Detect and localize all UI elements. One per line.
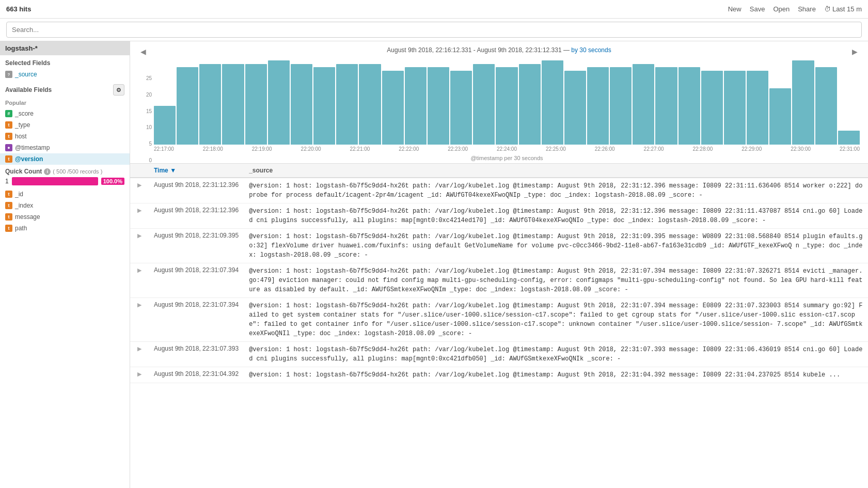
field-message[interactable]: t message <box>0 211 130 223</box>
quick-count-section: Quick Count i ( 500 /500 records ) 1 100… <box>0 165 130 188</box>
chart-bar[interactable] <box>177 67 198 145</box>
chart-bar[interactable] <box>359 64 381 145</box>
table-row: ▶ August 9th 2018, 22:31:09.395 @version… <box>130 229 868 263</box>
topbar-left: 663 hits <box>6 5 31 13</box>
chart-bar[interactable] <box>769 88 791 145</box>
field-type[interactable]: t _type <box>0 119 130 131</box>
index-pattern[interactable]: logstash-* <box>0 41 130 55</box>
table-row: ▶ August 9th 2018, 22:31:07.394 @version… <box>130 298 868 342</box>
expand-cell[interactable]: ▶ <box>130 367 149 383</box>
chart-header: August 9th 2018, 22:16:12.331 - August 9… <box>387 46 611 54</box>
source-field-icon: ? <box>5 71 12 78</box>
field-path[interactable]: t path <box>0 223 130 234</box>
chart-bar[interactable] <box>587 67 609 145</box>
open-button[interactable]: Open <box>773 5 790 13</box>
field-index[interactable]: t _index <box>0 200 130 211</box>
expand-button[interactable]: ▶ <box>135 267 144 274</box>
time-cell: August 9th 2018, 22:31:12.396 <box>149 178 244 203</box>
chart-bar[interactable] <box>838 131 860 145</box>
fields-gear-button[interactable]: ⚙ <box>113 84 124 96</box>
table-row: ▶ August 9th 2018, 22:31:12.396 @version… <box>130 178 868 203</box>
field-id[interactable]: t _id <box>0 188 130 200</box>
sidebar: logstash-* Selected Fields ? _source Ava… <box>0 41 130 488</box>
expand-button[interactable]: ▶ <box>135 371 144 377</box>
search-input[interactable] <box>6 22 862 38</box>
expand-button[interactable]: ▶ <box>135 345 144 352</box>
time-cell: August 9th 2018, 22:31:12.396 <box>149 203 244 229</box>
field-index-label: _index <box>15 202 33 209</box>
expand-cell[interactable]: ▶ <box>130 263 149 298</box>
source-field[interactable]: ? _source <box>0 69 130 80</box>
chart-container: ◀ August 9th 2018, 22:16:12.331 - August… <box>130 41 868 164</box>
expand-button[interactable]: ▶ <box>135 302 144 308</box>
chart-bar[interactable] <box>336 64 358 145</box>
chart-next-button[interactable]: ▶ <box>850 45 860 58</box>
chart-bar[interactable] <box>655 67 677 145</box>
clock-field-icon: ● <box>5 144 12 151</box>
chart-x-label: 22:22:00 <box>399 146 419 152</box>
field-timestamp[interactable]: ● @timestamp <box>0 142 130 153</box>
chart-bar[interactable] <box>313 67 335 145</box>
time-cell: August 9th 2018, 22:31:07.394 <box>149 263 244 298</box>
expand-cell[interactable]: ▶ <box>130 298 149 342</box>
chart-bar[interactable] <box>564 71 586 145</box>
t-icon: t <box>5 191 12 198</box>
chart-bar[interactable] <box>382 71 404 145</box>
chart-x-label: 22:17:00 <box>154 146 174 152</box>
col-time-header[interactable]: Time ▼ <box>149 164 244 178</box>
chart-bar[interactable] <box>245 64 267 145</box>
chart-x-label: 22:27:00 <box>644 146 664 152</box>
chart-bar[interactable] <box>496 67 517 145</box>
quick-count-bar-row: 1 100.0% <box>5 177 124 185</box>
expand-cell[interactable]: ▶ <box>130 229 149 263</box>
source-cell: @version: 1 host: logstash-6b7f5c9dd4-hx… <box>244 229 868 263</box>
new-button[interactable]: New <box>728 5 741 13</box>
expand-cell[interactable]: ▶ <box>130 203 149 229</box>
expand-cell[interactable]: ▶ <box>130 342 149 367</box>
results-area[interactable]: Time ▼ _source ▶ August 9th 2018, 22:31:… <box>130 164 868 488</box>
field-score[interactable]: # _score <box>0 108 130 119</box>
available-fields-title: Available Fields <box>5 86 52 93</box>
chart-bar[interactable] <box>199 64 221 145</box>
chart-bar[interactable] <box>291 64 312 145</box>
chart-bar[interactable] <box>222 64 244 145</box>
quick-count-info-icon[interactable]: i <box>44 168 51 175</box>
expand-button[interactable]: ▶ <box>135 182 144 188</box>
time-cell: August 9th 2018, 22:31:04.392 <box>149 367 244 383</box>
by-seconds-link[interactable]: by 30 seconds <box>571 46 611 54</box>
source-cell: @version: 1 host: logstash-6b7f5c9dd4-hx… <box>244 342 868 367</box>
expand-cell[interactable]: ▶ <box>130 178 149 203</box>
expand-button[interactable]: ▶ <box>135 232 144 239</box>
share-button[interactable]: Share <box>798 5 816 13</box>
chart-bar[interactable] <box>473 64 495 145</box>
chart-prev-button[interactable]: ◀ <box>138 45 148 58</box>
quick-count-records: ( 500 /500 records ) <box>53 168 102 175</box>
save-button[interactable]: Save <box>750 5 765 13</box>
chart-bar[interactable] <box>268 60 290 145</box>
chart-x-label: 22:18:00 <box>203 146 223 152</box>
table-row: ▶ August 9th 2018, 22:31:12.396 @version… <box>130 203 868 229</box>
chart-bar[interactable] <box>724 71 746 145</box>
last-time-button[interactable]: ⏱ Last 15 m <box>824 5 862 13</box>
chart-bar[interactable] <box>610 67 632 145</box>
chart-bar[interactable] <box>405 67 427 145</box>
field-host[interactable]: t host <box>0 131 130 142</box>
expand-button[interactable]: ▶ <box>135 207 144 214</box>
chart-x-label: 22:19:00 <box>252 146 272 152</box>
chart-bar[interactable] <box>519 64 541 145</box>
chart-bar[interactable] <box>815 67 837 145</box>
chart-bar[interactable] <box>747 71 768 145</box>
chart-bar[interactable] <box>450 71 472 145</box>
source-field-label: _source <box>15 71 37 78</box>
field-version[interactable]: t @version <box>0 153 130 165</box>
chart-bar[interactable] <box>633 64 654 145</box>
chart-bar[interactable] <box>542 60 563 145</box>
chart-bar[interactable] <box>678 67 700 145</box>
chart-bar[interactable] <box>792 60 814 145</box>
chart-bar[interactable] <box>154 106 176 145</box>
searchbar <box>0 19 868 41</box>
chart-bar[interactable] <box>428 67 449 145</box>
chart-bars <box>154 57 860 145</box>
chart-bar[interactable] <box>701 71 723 145</box>
t-icon: t <box>5 155 12 163</box>
